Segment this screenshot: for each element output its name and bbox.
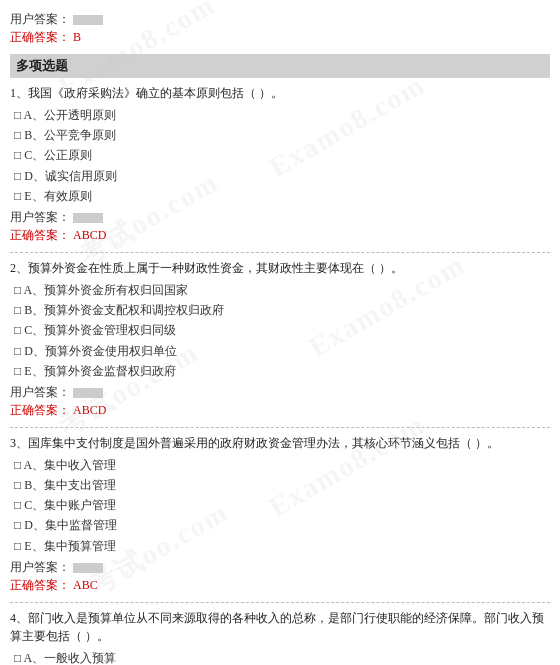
- q1-user-answer: 用户答案：: [10, 209, 550, 226]
- q3-correct-answer: 正确答案： ABC: [10, 577, 550, 594]
- q4-option-a[interactable]: □ A、一般收入预算: [14, 649, 550, 665]
- question-1: 1、我国《政府采购法》确立的基本原则包括（ ）。 □ A、公开透明原则 □ B、…: [10, 84, 550, 244]
- q1-option-a[interactable]: □ A、公开透明原则: [14, 106, 550, 125]
- question-4-options: □ A、一般收入预算 □ B、政府性基金收入预算 □ C、专项收入预算 □ D、…: [14, 649, 550, 665]
- q2-user-answer-label: 用户答案：: [10, 385, 70, 399]
- q3-option-e[interactable]: □ E、集中预算管理: [14, 537, 550, 556]
- q3-option-b[interactable]: □ B、集中支出管理: [14, 476, 550, 495]
- top-user-answer-label: 用户答案：: [10, 12, 70, 26]
- top-correct-answer: 正确答案： B: [10, 29, 550, 46]
- q1-option-d[interactable]: □ D、诚实信用原则: [14, 167, 550, 186]
- divider-3: [10, 602, 550, 603]
- question-4: 4、部门收入是预算单位从不同来源取得的各种收入的总称，是部门行使职能的经济保障。…: [10, 609, 550, 665]
- page-container: 用户答案： 正确答案： B 多项选题 1、我国《政府采购法》确立的基本原则包括（…: [0, 0, 560, 665]
- question-3: 3、国库集中支付制度是国外普遍采用的政府财政资金管理办法，其核心环节涵义包括（ …: [10, 434, 550, 594]
- q2-option-a[interactable]: □ A、预算外资金所有权归回国家: [14, 281, 550, 300]
- top-user-answer: 用户答案：: [10, 11, 550, 28]
- question-2-options: □ A、预算外资金所有权归回国家 □ B、预算外资金支配权和调控权归政府 □ C…: [14, 281, 550, 381]
- q3-option-d[interactable]: □ D、集中监督管理: [14, 516, 550, 535]
- top-area: 用户答案： 正确答案： B: [10, 11, 550, 46]
- questions-list: 1、我国《政府采购法》确立的基本原则包括（ ）。 □ A、公开透明原则 □ B、…: [10, 84, 550, 665]
- question-2: 2、预算外资金在性质上属于一种财政性资金，其财政性主要体现在（ ）。 □ A、预…: [10, 259, 550, 419]
- q3-correct-label: 正确答案：: [10, 578, 70, 592]
- q3-correct-value: ABC: [73, 578, 98, 592]
- q1-user-answer-label: 用户答案：: [10, 210, 70, 224]
- q2-correct-label: 正确答案：: [10, 403, 70, 417]
- top-correct-answer-label: 正确答案：: [10, 30, 70, 44]
- question-3-options: □ A、集中收入管理 □ B、集中支出管理 □ C、集中账户管理 □ D、集中监…: [14, 456, 550, 556]
- q1-option-e[interactable]: □ E、有效原则: [14, 187, 550, 206]
- question-4-text: 4、部门收入是预算单位从不同来源取得的各种收入的总称，是部门行使职能的经济保障。…: [10, 609, 550, 645]
- q3-option-a[interactable]: □ A、集中收入管理: [14, 456, 550, 475]
- q2-option-c[interactable]: □ C、预算外资金管理权归同级: [14, 321, 550, 340]
- question-1-options: □ A、公开透明原则 □ B、公平竞争原则 □ C、公正原则 □ D、诚实信用原…: [14, 106, 550, 206]
- q2-option-d[interactable]: □ D、预算外资金使用权归单位: [14, 342, 550, 361]
- section-header: 多项选题: [10, 54, 550, 78]
- divider-1: [10, 252, 550, 253]
- q2-option-b[interactable]: □ B、预算外资金支配权和调控权归政府: [14, 301, 550, 320]
- q3-option-c[interactable]: □ C、集中账户管理: [14, 496, 550, 515]
- q1-correct-value: ABCD: [73, 228, 106, 242]
- q3-user-answer-label: 用户答案：: [10, 560, 70, 574]
- divider-2: [10, 427, 550, 428]
- top-correct-answer-value: B: [73, 30, 81, 44]
- section-title: 多项选题: [16, 58, 68, 73]
- q2-correct-answer: 正确答案： ABCD: [10, 402, 550, 419]
- q2-user-answer: 用户答案：: [10, 384, 550, 401]
- q2-option-e[interactable]: □ E、预算外资金监督权归政府: [14, 362, 550, 381]
- question-3-text: 3、国库集中支付制度是国外普遍采用的政府财政资金管理办法，其核心环节涵义包括（ …: [10, 434, 550, 452]
- q1-option-c[interactable]: □ C、公正原则: [14, 146, 550, 165]
- question-2-text: 2、预算外资金在性质上属于一种财政性资金，其财政性主要体现在（ ）。: [10, 259, 550, 277]
- q2-correct-value: ABCD: [73, 403, 106, 417]
- question-1-text: 1、我国《政府采购法》确立的基本原则包括（ ）。: [10, 84, 550, 102]
- q1-correct-answer: 正确答案： ABCD: [10, 227, 550, 244]
- q1-correct-label: 正确答案：: [10, 228, 70, 242]
- q3-user-answer: 用户答案：: [10, 559, 550, 576]
- q1-option-b[interactable]: □ B、公平竞争原则: [14, 126, 550, 145]
